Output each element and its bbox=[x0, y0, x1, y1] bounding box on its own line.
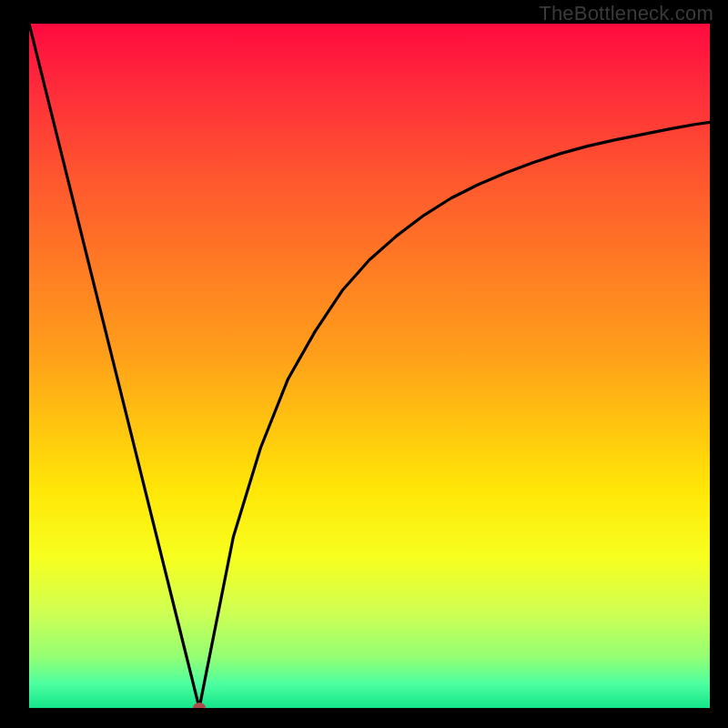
watermark-text: TheBottleneck.com bbox=[539, 2, 713, 25]
chart-svg bbox=[0, 0, 728, 728]
chart-stage: TheBottleneck.com bbox=[0, 0, 728, 728]
plot-background bbox=[29, 24, 710, 708]
minimum-marker bbox=[193, 703, 206, 713]
